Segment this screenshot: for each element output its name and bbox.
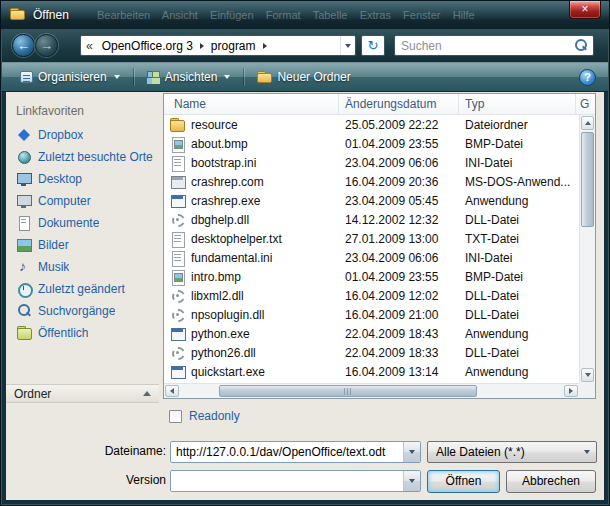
window-folder-icon — [10, 8, 25, 20]
search-box — [394, 35, 594, 56]
file-row[interactable]: python.exe 22.04.2009 18:43 Anwendung — [164, 324, 580, 343]
readonly-label[interactable]: Readonly — [189, 409, 240, 423]
searches-icon — [16, 304, 32, 318]
forward-arrow-icon: → — [40, 38, 53, 53]
file-row[interactable]: quickstart.exe 16.04.2009 13:14 Anwendun… — [164, 362, 580, 381]
file-row[interactable]: resource 25.05.2009 22:22 Dateiordner — [164, 115, 580, 134]
recent-places-icon — [16, 150, 32, 164]
sidebar-list: Dropbox Zuletzt besuchte Orte Desktop Co… — [10, 124, 160, 344]
ini-file-icon — [170, 251, 185, 265]
navigation-bar: ← → « OpenOffice.org 3 program ↻ — [2, 29, 608, 62]
scroll-right-button[interactable] — [564, 385, 578, 397]
file-row[interactable]: bootstrap.ini 23.04.2009 06:06 INI-Datei — [164, 153, 580, 172]
dropbox-icon — [16, 128, 32, 142]
toolbar-separator — [133, 68, 134, 86]
command-toolbar: Organisieren Ansichten Neuer Ordner ? — [2, 62, 608, 92]
new-folder-label: Neuer Ordner — [277, 70, 350, 84]
public-icon — [16, 326, 32, 340]
breadcrumb-item-program[interactable]: program — [207, 39, 260, 53]
vertical-scrollbar-thumb[interactable] — [581, 132, 594, 227]
toolbar-separator — [243, 68, 244, 86]
breadcrumb-collapse-chevrons[interactable]: « — [81, 39, 98, 53]
titlebar: Öffnen Bearbeiten Ansicht Einfügen Forma… — [1, 1, 609, 29]
arrow-down-icon — [585, 373, 591, 377]
file-row[interactable]: about.bmp 01.04.2009 23:55 BMP-Datei — [164, 134, 580, 153]
sidebar-item-recent-changes[interactable]: Zuletzt geändert — [10, 278, 160, 300]
file-row[interactable]: crashrep.exe 23.04.2009 05:45 Anwendung — [164, 191, 580, 210]
views-label: Ansichten — [165, 70, 218, 84]
breadcrumb-separator-icon[interactable] — [263, 43, 267, 49]
readonly-checkbox[interactable] — [169, 410, 182, 423]
organize-icon — [20, 71, 33, 83]
new-folder-icon — [257, 71, 272, 83]
file-row[interactable]: desktophelper.txt 27.01.2009 13:00 TXT-D… — [164, 229, 580, 248]
horizontal-scrollbar-thumb[interactable] — [219, 385, 477, 397]
filename-dropdown-button[interactable] — [403, 442, 420, 462]
breadcrumb-separator-icon[interactable] — [200, 43, 204, 49]
exe-file-icon — [170, 327, 185, 341]
refresh-button[interactable]: ↻ — [361, 35, 385, 56]
file-row[interactable]: npsoplugin.dll 16.04.2009 21:00 DLL-Date… — [164, 305, 580, 324]
sidebar-item-dropbox[interactable]: Dropbox — [10, 124, 160, 146]
favorites-header: Linkfavoriten — [16, 104, 84, 118]
help-button[interactable]: ? — [579, 69, 596, 86]
horizontal-scrollbar[interactable] — [164, 383, 579, 398]
folders-label: Ordner — [14, 387, 143, 401]
chevron-down-icon — [584, 450, 590, 454]
cancel-button[interactable]: Abbrechen — [506, 470, 596, 493]
scroll-left-button[interactable] — [165, 385, 179, 397]
search-input[interactable] — [395, 39, 573, 53]
sidebar-item-documents[interactable]: Dokumente — [10, 212, 160, 234]
open-button[interactable]: Öffnen — [427, 470, 500, 493]
music-icon — [16, 260, 32, 274]
folders-expander[interactable]: Ordner — [6, 384, 159, 403]
filename-label: Dateiname: — [90, 444, 166, 458]
file-row[interactable]: intro.bmp 01.04.2009 23:55 BMP-Datei — [164, 267, 580, 286]
back-button[interactable]: ← — [12, 34, 35, 57]
search-icon[interactable] — [573, 38, 589, 53]
sidebar-item-desktop[interactable]: Desktop — [10, 168, 160, 190]
breadcrumb[interactable]: « OpenOffice.org 3 program — [80, 35, 356, 56]
scrollbar-grip — [344, 388, 353, 395]
column-header-type[interactable]: Typ — [459, 94, 576, 114]
column-header-size[interactable]: G — [576, 94, 595, 114]
chevron-down-icon — [409, 450, 415, 454]
new-folder-button[interactable]: Neuer Ordner — [249, 66, 358, 88]
views-button[interactable]: Ansichten — [139, 66, 239, 88]
version-combo — [170, 470, 421, 492]
version-input[interactable] — [171, 471, 403, 491]
vertical-scrollbar[interactable] — [579, 115, 595, 383]
file-row[interactable]: fundamental.ini 23.04.2009 06:06 INI-Dat… — [164, 248, 580, 267]
sidebar-item-computer[interactable]: Computer — [10, 190, 160, 212]
close-button[interactable]: × — [569, 1, 601, 19]
sidebar-item-music[interactable]: Musik — [10, 256, 160, 278]
forward-button[interactable]: → — [35, 34, 58, 57]
filetype-select[interactable]: Alle Dateien (*.*) — [427, 441, 597, 463]
file-row[interactable]: libxml2.dll 16.04.2009 12:02 DLL-Datei — [164, 286, 580, 305]
file-row[interactable]: crashrep.com 16.04.2009 20:36 MS-DOS-Anw… — [164, 172, 580, 191]
file-row[interactable]: python26.dll 22.04.2009 18:33 DLL-Datei — [164, 343, 580, 362]
folder-file-icon — [170, 118, 185, 132]
organize-label: Organisieren — [38, 70, 107, 84]
column-header-date[interactable]: Änderungsdatum — [339, 94, 459, 114]
sidebar-item-public[interactable]: Öffentlich — [10, 322, 160, 344]
organize-button[interactable]: Organisieren — [12, 66, 128, 88]
sidebar-item-pictures[interactable]: Bilder — [10, 234, 160, 256]
sidebar-item-recent-places[interactable]: Zuletzt besuchte Orte — [10, 146, 160, 168]
bmp-file-icon — [170, 270, 185, 284]
chevron-down-icon — [409, 479, 415, 483]
breadcrumb-item-openoffice[interactable]: OpenOffice.org 3 — [98, 39, 197, 53]
window-title: Öffnen — [33, 8, 69, 22]
version-dropdown-button[interactable] — [403, 471, 420, 491]
file-row[interactable]: dbghelp.dll 14.12.2002 12:32 DLL-Datei — [164, 210, 580, 229]
sidebar-item-searches[interactable]: Suchvorgänge — [10, 300, 160, 322]
file-list-panel: Name Änderungsdatum Typ G resource 25.05… — [163, 93, 596, 399]
address-dropdown-button[interactable] — [340, 36, 355, 55]
version-label: Version — [90, 473, 166, 487]
chevron-down-icon — [114, 75, 120, 79]
scroll-down-button[interactable] — [581, 368, 594, 382]
scrollbar-corner — [579, 383, 595, 398]
column-header-name[interactable]: Name — [164, 94, 339, 114]
scroll-up-button[interactable] — [581, 116, 594, 130]
filename-input[interactable] — [171, 442, 403, 462]
